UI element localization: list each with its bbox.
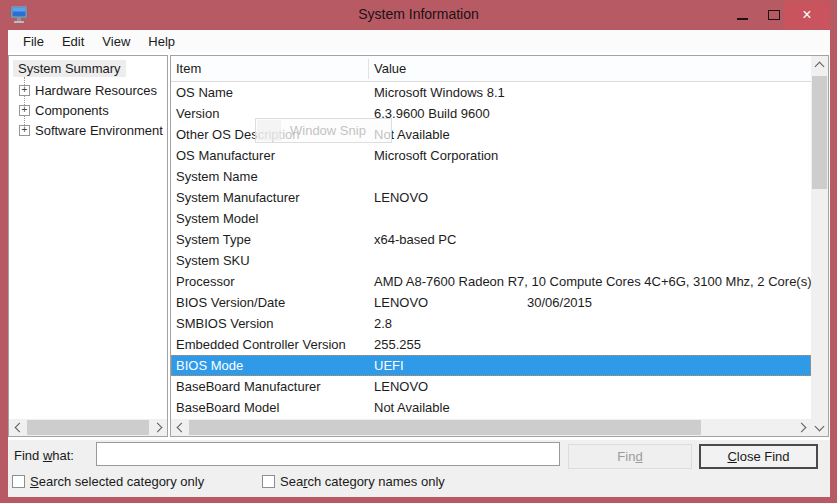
table-row[interactable]: OS NameMicrosoft Windows 8.1 <box>171 82 811 103</box>
main-area: System Summary + Hardware Resources + Co… <box>8 52 830 440</box>
menu-help[interactable]: Help <box>139 32 184 51</box>
table-row[interactable]: System Model <box>171 208 811 229</box>
column-header-item[interactable]: Item <box>176 61 201 76</box>
table-row[interactable]: SMBIOS Version2.8 <box>171 313 811 334</box>
window-snip-overlay: Window Snip <box>255 118 392 143</box>
menu-bar: File Edit View Help <box>8 30 830 52</box>
find-what-label: Find what: <box>14 448 74 463</box>
table-row[interactable]: ProcessorAMD A8-7600 Radeon R7, 10 Compu… <box>171 271 811 292</box>
checkbox-icon[interactable] <box>12 475 25 488</box>
column-header-value[interactable]: Value <box>374 61 406 76</box>
title-bar: System Information × <box>0 0 837 30</box>
window-title: System Information <box>0 6 837 22</box>
table-row[interactable]: OS ManufacturerMicrosoft Corporation <box>171 145 811 166</box>
table-row[interactable]: System ManufacturerLENOVO <box>171 187 811 208</box>
tree-item-hardware-resources[interactable]: + Hardware Resources <box>9 81 167 101</box>
table-row[interactable]: BaseBoard ManufacturerLENOVO <box>171 376 811 397</box>
scroll-right-icon[interactable] <box>150 419 167 436</box>
find-button[interactable]: Find <box>568 444 692 469</box>
menu-file[interactable]: File <box>14 32 53 51</box>
table-header: Item Value <box>171 56 828 82</box>
maximize-icon <box>768 10 780 20</box>
expand-icon[interactable]: + <box>19 85 30 96</box>
tree-horizontal-scrollbar[interactable] <box>9 419 167 436</box>
find-bar: Find what: Find Close Find Search select… <box>8 440 830 497</box>
close-find-button[interactable]: Close Find <box>699 444 818 469</box>
table-horizontal-scrollbar[interactable] <box>171 419 811 436</box>
table-row[interactable]: System Name <box>171 166 811 187</box>
column-separator[interactable] <box>368 59 369 79</box>
search-category-names-checkbox[interactable]: Search category names only <box>262 474 445 489</box>
scroll-left-icon[interactable] <box>9 419 26 436</box>
details-table-panel: Item Value OS NameMicrosoft Windows 8.1 … <box>170 55 829 437</box>
tree-item-system-summary[interactable]: System Summary <box>13 60 126 77</box>
expand-icon[interactable]: + <box>19 125 30 136</box>
find-input[interactable] <box>96 442 560 466</box>
expand-icon[interactable]: + <box>19 105 30 116</box>
scrollbar-thumb[interactable] <box>27 420 149 435</box>
minimize-icon <box>737 18 748 20</box>
table-row[interactable]: BaseBoard ModelNot Available <box>171 397 811 418</box>
tree-item-components[interactable]: + Components <box>9 101 167 121</box>
checkbox-icon[interactable] <box>262 475 275 488</box>
close-icon: × <box>802 6 811 24</box>
snip-icon <box>257 120 281 141</box>
table-row[interactable]: System Typex64-based PC <box>171 229 811 250</box>
scroll-down-icon[interactable] <box>811 419 828 436</box>
table-vertical-scrollbar[interactable] <box>811 56 828 436</box>
scroll-right-icon[interactable] <box>794 419 811 436</box>
search-selected-category-checkbox[interactable]: Search selected category only <box>12 474 204 489</box>
table-row[interactable]: BIOS Version/DateLENOVO30/06/2015 <box>171 292 811 313</box>
table-row[interactable]: System SKU <box>171 250 811 271</box>
scroll-left-icon[interactable] <box>171 419 188 436</box>
scroll-up-icon[interactable] <box>811 56 828 73</box>
table-row-selected[interactable]: BIOS ModeUEFI <box>171 355 811 376</box>
scrollbar-thumb[interactable] <box>812 76 827 189</box>
tree-item-software-environment[interactable]: + Software Environment <box>9 121 167 141</box>
category-tree-panel: System Summary + Hardware Resources + Co… <box>8 55 168 437</box>
scrollbar-thumb[interactable] <box>189 420 701 435</box>
close-button[interactable]: × <box>784 1 830 29</box>
minimize-button[interactable] <box>726 0 758 29</box>
system-information-window: System Information × File Edit View Help… <box>0 0 837 503</box>
table-row[interactable]: Embedded Controller Version255.255 <box>171 334 811 355</box>
menu-edit[interactable]: Edit <box>53 32 93 51</box>
menu-view[interactable]: View <box>93 32 139 51</box>
